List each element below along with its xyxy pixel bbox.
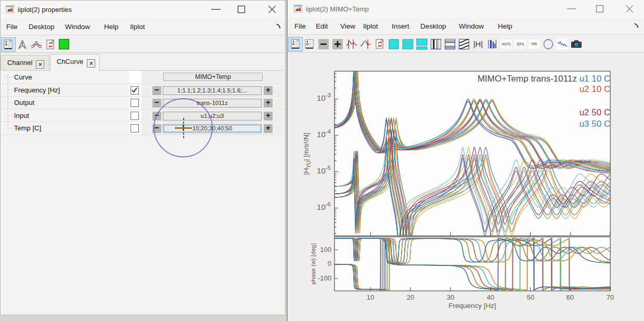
svg-text:0: 0 <box>328 260 331 268</box>
svg-text:u2 10 C: u2 10 C <box>579 84 611 94</box>
svg-text:|H|: |H| <box>473 39 483 48</box>
svg-text:30: 30 <box>447 293 454 301</box>
svg-text:10-5: 10-5 <box>317 165 331 175</box>
svg-text:MIMO+Temp trans-1011z u1 10 C: MIMO+Temp trans-1011z u1 10 C <box>478 74 610 84</box>
svg-text:Frequency [Hz]: Frequency [Hz] <box>448 302 496 310</box>
svg-text:10-4: 10-4 <box>317 128 331 139</box>
svg-text:u3 50 C: u3 50 C <box>579 119 611 129</box>
svg-text:60: 60 <box>566 293 574 301</box>
svg-text:10-3: 10-3 <box>317 92 331 102</box>
svg-text:|HYU| [m/s²/N]: |HYU| [m/s²/N] <box>302 132 312 175</box>
svg-text:10-6: 10-6 <box>317 201 331 211</box>
svg-text:w(H): w(H) <box>501 42 511 46</box>
svg-text:-100: -100 <box>318 274 331 282</box>
svg-text:3(H): 3(H) <box>516 42 524 46</box>
svg-text:100: 100 <box>320 246 331 253</box>
svg-text:phase (w) [deg]: phase (w) [deg] <box>310 243 316 284</box>
svg-text:20: 20 <box>407 293 414 301</box>
svg-text:9t5: 9t5 <box>531 42 537 46</box>
svg-text:50: 50 <box>527 293 534 301</box>
svg-text:40: 40 <box>487 293 494 301</box>
svg-text:10: 10 <box>367 293 374 301</box>
svg-text:...: ... <box>604 99 610 106</box>
svg-text:u2 50 C: u2 50 C <box>579 108 611 117</box>
svg-text:70: 70 <box>607 293 614 301</box>
